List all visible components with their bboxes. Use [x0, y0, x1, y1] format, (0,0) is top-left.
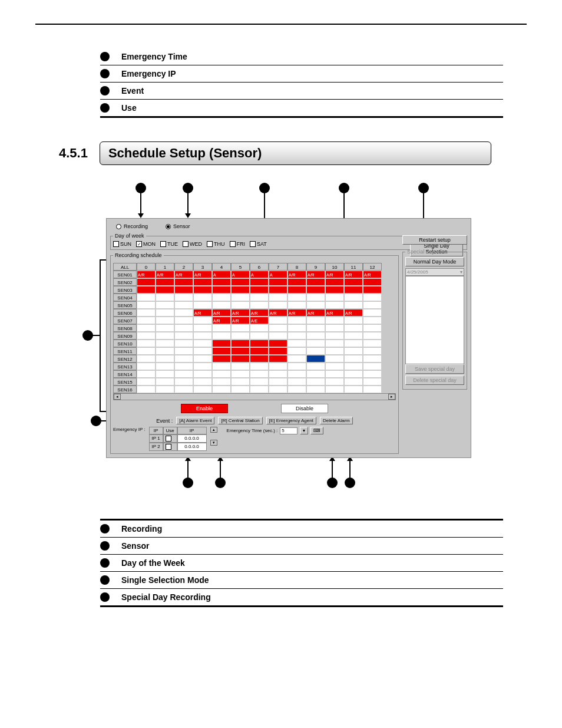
schedule-cell[interactable]: [250, 332, 269, 340]
schedule-cell[interactable]: [193, 363, 212, 370]
row-label[interactable]: SEN04: [113, 294, 137, 301]
special-day-listbox[interactable]: [405, 276, 464, 364]
schedule-cell[interactable]: [193, 386, 212, 393]
col-header[interactable]: 9: [306, 263, 325, 271]
schedule-cell[interactable]: [287, 317, 306, 324]
schedule-cell[interactable]: A/R: [137, 271, 156, 278]
schedule-cell[interactable]: [250, 370, 269, 378]
schedule-cell[interactable]: [344, 340, 363, 347]
enable-button[interactable]: Enable: [181, 404, 228, 413]
col-header[interactable]: 3: [193, 263, 212, 271]
schedule-cell[interactable]: [306, 332, 325, 340]
schedule-cell[interactable]: [231, 340, 250, 347]
schedule-cell[interactable]: [287, 340, 306, 347]
schedule-cell[interactable]: [306, 278, 325, 286]
schedule-cell[interactable]: [193, 378, 212, 386]
schedule-cell[interactable]: [231, 324, 250, 332]
schedule-cell[interactable]: [231, 286, 250, 294]
schedule-cell[interactable]: [363, 332, 382, 340]
schedule-cell[interactable]: A/R: [212, 317, 231, 324]
save-special-day-button[interactable]: Save special day: [405, 364, 464, 374]
schedule-cell[interactable]: [325, 370, 344, 378]
schedule-cell[interactable]: [269, 355, 287, 363]
schedule-cell[interactable]: [250, 355, 269, 363]
schedule-cell[interactable]: [287, 294, 306, 301]
schedule-cell[interactable]: [269, 278, 287, 286]
row-label[interactable]: SEN12: [113, 355, 137, 363]
ip-use-checkbox[interactable]: [163, 443, 177, 451]
schedule-cell[interactable]: [363, 370, 382, 378]
schedule-cell[interactable]: [250, 286, 269, 294]
schedule-cell[interactable]: [212, 301, 231, 309]
schedule-cell[interactable]: [231, 347, 250, 355]
schedule-cell[interactable]: [231, 370, 250, 378]
col-header[interactable]: 5: [231, 263, 250, 271]
schedule-cell[interactable]: [363, 317, 382, 324]
schedule-cell[interactable]: [306, 347, 325, 355]
row-label[interactable]: SEN10: [113, 340, 137, 347]
schedule-cell[interactable]: [156, 317, 174, 324]
schedule-cell[interactable]: [250, 301, 269, 309]
schedule-cell[interactable]: [325, 301, 344, 309]
schedule-cell[interactable]: [325, 355, 344, 363]
schedule-cell[interactable]: [344, 370, 363, 378]
col-header[interactable]: 0: [137, 263, 156, 271]
schedule-cell[interactable]: A/R: [193, 271, 212, 278]
schedule-cell[interactable]: [212, 332, 231, 340]
schedule-cell[interactable]: A/R: [325, 271, 344, 278]
ip-address-cell[interactable]: 0.0.0.0: [177, 434, 207, 443]
schedule-cell[interactable]: [156, 347, 174, 355]
schedule-cell[interactable]: [212, 294, 231, 301]
schedule-cell[interactable]: A/R: [287, 271, 306, 278]
schedule-cell[interactable]: [269, 378, 287, 386]
row-label[interactable]: SEN16: [113, 386, 137, 393]
schedule-cell[interactable]: [325, 347, 344, 355]
schedule-cell[interactable]: [137, 347, 156, 355]
schedule-cell[interactable]: [363, 340, 382, 347]
schedule-cell[interactable]: [156, 386, 174, 393]
schedule-cell[interactable]: [250, 363, 269, 370]
schedule-cell[interactable]: [156, 378, 174, 386]
schedule-cell[interactable]: [137, 370, 156, 378]
schedule-cell[interactable]: [344, 317, 363, 324]
schedule-cell[interactable]: [250, 340, 269, 347]
emergency-agent-button[interactable]: [E] Emergency Agent: [266, 417, 316, 424]
col-header[interactable]: 2: [174, 263, 193, 271]
schedule-cell[interactable]: [344, 386, 363, 393]
schedule-cell[interactable]: [325, 332, 344, 340]
ip-scroll-down-icon[interactable]: ▾: [210, 440, 217, 446]
schedule-cell[interactable]: A/R: [156, 271, 174, 278]
row-label[interactable]: SEN08: [113, 324, 137, 332]
row-label[interactable]: SEN11: [113, 347, 137, 355]
schedule-cell[interactable]: A/R: [363, 271, 382, 278]
col-header[interactable]: 4: [212, 263, 231, 271]
schedule-cell[interactable]: [306, 378, 325, 386]
row-label[interactable]: SEN14: [113, 370, 137, 378]
schedule-cell[interactable]: A: [269, 271, 287, 278]
schedule-cell[interactable]: [325, 324, 344, 332]
schedule-cell[interactable]: [363, 378, 382, 386]
day-checkbox-mon[interactable]: ✓MON: [136, 241, 156, 247]
col-header[interactable]: 11: [344, 263, 363, 271]
day-checkbox-sun[interactable]: SUN: [113, 241, 131, 247]
schedule-cell[interactable]: [231, 332, 250, 340]
schedule-cell[interactable]: [193, 347, 212, 355]
schedule-cell[interactable]: [212, 370, 231, 378]
restart-setup-button[interactable]: Restart setup: [402, 235, 467, 245]
schedule-cell[interactable]: A/R: [325, 309, 344, 317]
special-date-picker[interactable]: 4/25/2005 ▾: [405, 268, 464, 276]
schedule-cell[interactable]: A/R: [287, 309, 306, 317]
schedule-cell[interactable]: [306, 370, 325, 378]
schedule-cell[interactable]: [269, 340, 287, 347]
schedule-cell[interactable]: [193, 286, 212, 294]
schedule-cell[interactable]: [156, 355, 174, 363]
schedule-cell[interactable]: [325, 378, 344, 386]
schedule-cell[interactable]: A/R: [250, 309, 269, 317]
schedule-cell[interactable]: A: [212, 271, 231, 278]
schedule-cell[interactable]: [231, 355, 250, 363]
schedule-cell[interactable]: A/R: [344, 271, 363, 278]
schedule-cell[interactable]: [325, 286, 344, 294]
schedule-cell[interactable]: [287, 363, 306, 370]
delete-special-day-button[interactable]: Delete special day: [405, 375, 464, 385]
schedule-cell[interactable]: [137, 294, 156, 301]
